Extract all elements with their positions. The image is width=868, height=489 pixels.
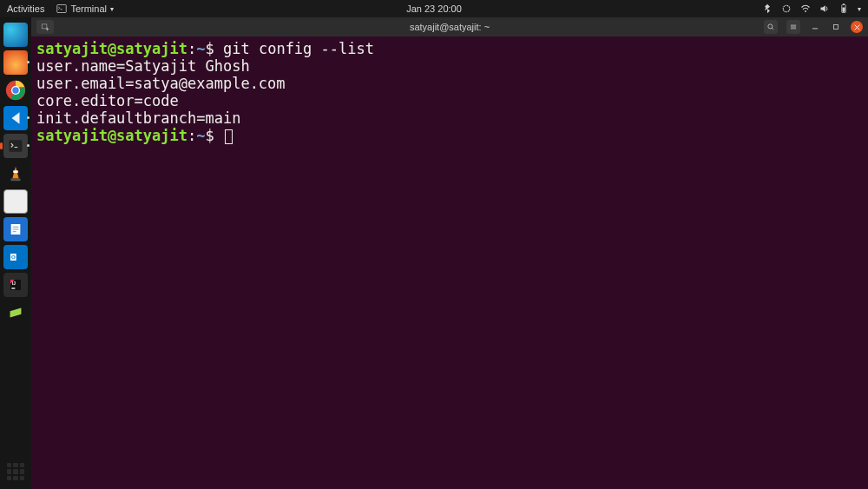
svg-rect-0 xyxy=(57,5,67,13)
terminal-output-line: user.email=satya@example.com xyxy=(36,75,863,92)
svg-rect-32 xyxy=(834,25,838,30)
svg-rect-23 xyxy=(42,24,47,29)
wifi-icon xyxy=(800,3,811,14)
window-title: satyajit@satyajit: ~ xyxy=(410,22,490,32)
show-apps-button[interactable] xyxy=(7,463,24,480)
terminal-body[interactable]: satyajit@satyajit:~$ git config --list u… xyxy=(31,36,868,489)
dock-intellij-icon[interactable]: IJ xyxy=(3,273,28,297)
volume-icon xyxy=(819,3,830,14)
window-titlebar: satyajit@satyajit: ~ xyxy=(31,17,868,36)
bluetooth-icon xyxy=(762,3,773,14)
terminal-output-line: user.name=Satyajit Ghosh xyxy=(36,57,863,75)
terminal-line-prompt2: satyajit@satyajit:~$ xyxy=(36,127,863,144)
power-caret-icon: ▾ xyxy=(858,5,861,13)
search-button[interactable] xyxy=(764,20,778,34)
svg-point-9 xyxy=(12,87,18,93)
indicator-icon xyxy=(781,3,792,14)
clock[interactable]: Jan 23 20:00 xyxy=(406,3,462,14)
dock-firefox-icon[interactable] xyxy=(3,50,28,75)
svg-rect-12 xyxy=(13,170,18,173)
svg-point-3 xyxy=(805,10,806,12)
svg-rect-6 xyxy=(843,3,845,5)
dock-edge-icon[interactable] xyxy=(3,23,28,47)
svg-point-26 xyxy=(768,24,773,29)
dock: O IJ xyxy=(0,17,31,489)
new-tab-button[interactable] xyxy=(36,20,54,34)
dock-writer-icon[interactable] xyxy=(3,217,28,241)
dock-files-icon[interactable] xyxy=(3,189,28,214)
svg-text:O: O xyxy=(11,254,16,260)
terminal-window: satyajit@satyajit: ~ satyajit@satyajit:~… xyxy=(31,17,868,489)
minimize-button[interactable] xyxy=(809,21,821,33)
dock-terminal-icon[interactable] xyxy=(3,134,28,158)
dropdown-caret-icon: ▾ xyxy=(110,5,114,13)
dock-vscode-icon[interactable] xyxy=(3,106,28,130)
svg-rect-13 xyxy=(11,179,21,182)
dock-vlc-icon[interactable] xyxy=(3,162,28,186)
dock-sublime-icon[interactable] xyxy=(3,301,28,325)
svg-point-2 xyxy=(783,5,790,12)
top-panel: Activities Terminal ▾ Jan 23 20:00 ▾ xyxy=(0,0,868,17)
svg-rect-10 xyxy=(10,140,23,152)
command-text: git config --list xyxy=(223,40,374,57)
terminal-menu-icon xyxy=(56,3,67,14)
svg-line-27 xyxy=(772,28,773,30)
svg-text:IJ: IJ xyxy=(12,281,16,286)
menu-button[interactable] xyxy=(786,20,800,34)
battery-icon xyxy=(838,3,849,14)
system-tray[interactable]: ▾ xyxy=(762,3,861,14)
close-button[interactable] xyxy=(851,21,863,33)
cursor-icon xyxy=(225,129,233,144)
dock-chrome-icon[interactable] xyxy=(3,78,28,102)
terminal-output-line: init.defaultbranch=main xyxy=(36,109,863,127)
svg-rect-22 xyxy=(11,287,15,288)
svg-rect-5 xyxy=(843,8,845,12)
activities-button[interactable]: Activities xyxy=(7,3,44,14)
terminal-output-line: core.editor=code xyxy=(36,92,863,109)
dock-outlook-icon[interactable]: O xyxy=(3,245,28,269)
app-menu[interactable]: Terminal ▾ xyxy=(56,3,114,14)
maximize-button[interactable] xyxy=(830,21,842,33)
app-menu-label: Terminal xyxy=(70,3,107,14)
terminal-line-prompt1: satyajit@satyajit:~$ git config --list xyxy=(36,40,863,57)
